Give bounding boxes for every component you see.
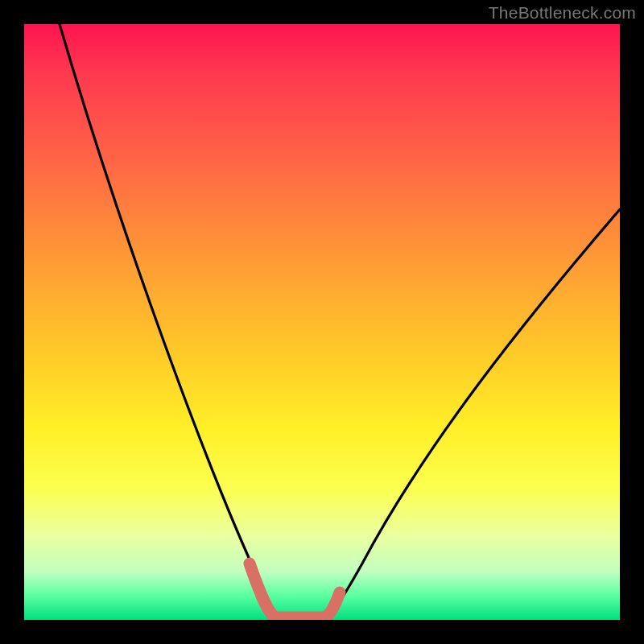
curve-highlight [250, 564, 340, 617]
chart-frame: TheBottleneck.com [0, 0, 644, 644]
watermark-text: TheBottleneck.com [489, 3, 636, 23]
chart-curves [24, 24, 620, 620]
chart-plot-area [24, 24, 620, 620]
curve-main [60, 24, 620, 618]
